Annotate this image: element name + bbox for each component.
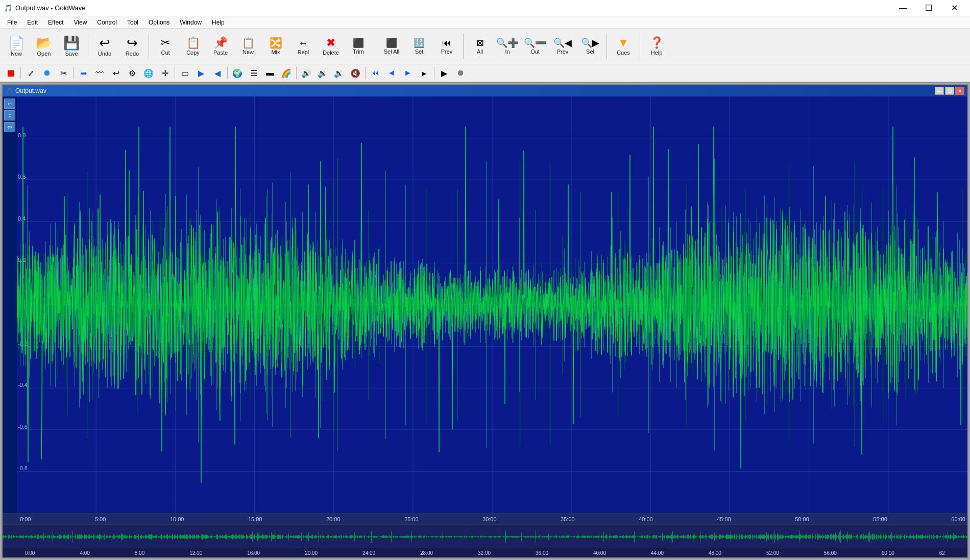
control-toolbar: ⏹ ⤢ ⏺ ✂ ➡ 〰 ↩ ⚙ 🌐 ✛ ▭ ▶ ◀ 🌍 ☰ ▬ 🌈 🔊 🔉 🔈 …	[0, 64, 970, 83]
toolbar-sep-5	[607, 34, 607, 59]
move-button[interactable]: ✛	[157, 65, 173, 81]
timeline-label-0: 0:00	[20, 516, 31, 522]
menu-tool[interactable]: Tool	[122, 18, 143, 27]
equalizer-button[interactable]: ☰	[246, 65, 261, 81]
undo-icon: ↩	[99, 36, 110, 50]
prev2-label: Prev	[557, 48, 569, 55]
menu-file[interactable]: File	[2, 18, 22, 27]
doc-maximize-button[interactable]: ☐	[945, 87, 954, 95]
cues-button[interactable]: ▼ Cues	[610, 31, 637, 62]
menu-help[interactable]: Help	[207, 18, 230, 27]
toolbar-sep-6	[640, 34, 640, 59]
volume-down-button[interactable]: ◄	[384, 65, 399, 81]
mix-button[interactable]: 🔀 Mix	[262, 31, 289, 62]
maximize-button[interactable]: ☐	[917, 0, 940, 16]
vertical-zoom-button[interactable]: ↕	[4, 110, 15, 120]
close-button[interactable]: ✕	[942, 0, 966, 16]
prev2-button[interactable]: 🔍◀ Prev	[549, 31, 576, 62]
mix-icon: 🔀	[270, 38, 282, 48]
cut-icon: ✂	[161, 37, 170, 48]
all-button[interactable]: ⊠ All	[467, 31, 493, 62]
repl-icon: ↔	[298, 38, 308, 48]
cues-label: Cues	[617, 50, 630, 56]
menu-control[interactable]: Control	[92, 18, 122, 27]
prev-button[interactable]: ⏮ Prev	[433, 31, 460, 62]
overview-strip[interactable]: 0:00 4:00 8:00 12:00 16:00 20:00 24:00 2…	[3, 524, 967, 557]
menu-edit[interactable]: Edit	[22, 18, 43, 27]
record2-button[interactable]: ⏺	[453, 65, 468, 81]
fit-button[interactable]: ⇔	[4, 122, 15, 132]
prev2-icon: 🔍◀	[553, 38, 572, 47]
menu-window[interactable]: Window	[175, 18, 207, 27]
zoomout-icon: 🔍➖	[524, 38, 546, 47]
edit-pencil-button[interactable]: 〰	[92, 65, 107, 81]
title-bar-controls: — ☐ ✕	[891, 0, 966, 16]
zoomin-button[interactable]: 🔍➕ In	[494, 31, 521, 62]
sel-button[interactable]: 🔍▶ Sel	[577, 31, 603, 62]
menu-options[interactable]: Options	[143, 18, 175, 27]
loop-button[interactable]: ↩	[108, 65, 124, 81]
record-button[interactable]: ⏺	[39, 65, 55, 81]
vol-mute-button[interactable]: 🔈	[331, 65, 347, 81]
envelope-button[interactable]: ▭	[177, 65, 192, 81]
new2-button[interactable]: 📋 New	[235, 31, 261, 62]
save-label: Save	[65, 51, 78, 57]
effects-button[interactable]: ⚙	[125, 65, 140, 81]
globe-button[interactable]: 🌐	[141, 65, 156, 81]
horizontal-zoom-button[interactable]: ↔	[4, 99, 15, 109]
scissors-button[interactable]: ✂	[56, 65, 71, 81]
open-button[interactable]: 📂 Open	[31, 31, 57, 62]
repl-button[interactable]: ↔ Repl	[290, 31, 317, 62]
paste-button[interactable]: 📌 Paste	[207, 31, 234, 62]
doc-minimize-button[interactable]: —	[935, 87, 944, 95]
minimize-button[interactable]: —	[891, 0, 915, 16]
timeline-label-9: 45:00	[717, 516, 731, 522]
save-button[interactable]: 💾 Save	[58, 31, 85, 62]
app-icon: 🎵	[4, 4, 12, 12]
title-bar: 🎵 Output.wav - GoldWave — ☐ ✕	[0, 0, 970, 16]
new-button[interactable]: 📄 New	[3, 31, 30, 62]
stretch-button[interactable]: ⤢	[23, 65, 38, 81]
redo-button[interactable]: ↪ Redo	[119, 31, 146, 62]
left-arrow-button[interactable]: ◀	[210, 65, 225, 81]
help-label: Help	[651, 50, 663, 56]
title-bar-left: 🎵 Output.wav - GoldWave	[4, 4, 86, 12]
selall-button[interactable]: ⬛ Sel All	[378, 31, 405, 62]
cut-label: Cut	[161, 50, 169, 56]
volume-slider-button[interactable]: ▸	[417, 65, 432, 81]
volume-up-button[interactable]: ►	[400, 65, 416, 81]
vol-max-button[interactable]: 🔊	[299, 65, 314, 81]
delete-button[interactable]: ✖ Delete	[318, 31, 344, 62]
selall-icon: ⬛	[386, 38, 397, 47]
doc-icon: 🎵	[6, 87, 13, 94]
sel-icon: 🔍▶	[581, 38, 599, 47]
new-icon: 📄	[8, 36, 25, 50]
vu-meter-button[interactable]: 🌈	[279, 65, 294, 81]
timeline-label-10: 50:00	[795, 516, 809, 522]
menu-effect[interactable]: Effect	[43, 18, 68, 27]
stop-button[interactable]: ⏹	[3, 65, 18, 81]
cut-button[interactable]: ✂ Cut	[152, 31, 179, 62]
undo-button[interactable]: ↩ Undo	[91, 31, 118, 62]
trim-button[interactable]: ⬛ Trim	[345, 31, 372, 62]
delete-label: Delete	[323, 50, 339, 56]
forward-button[interactable]: ▶	[436, 65, 452, 81]
vol-mid-button[interactable]: 🔉	[315, 65, 330, 81]
delete-icon: ✖	[326, 37, 335, 48]
right-arrow-button[interactable]: ▶	[193, 65, 209, 81]
help-button[interactable]: ❓ Help	[643, 31, 670, 62]
spectrum-button[interactable]: ▬	[262, 65, 278, 81]
menu-view[interactable]: View	[69, 18, 92, 27]
mix-label: Mix	[271, 49, 280, 55]
skip-start-button[interactable]: ⏮	[368, 65, 383, 81]
set-button[interactable]: 🔢 Set	[406, 31, 432, 62]
zoomout-button[interactable]: 🔍➖ Out	[522, 31, 548, 62]
waveform-canvas	[17, 96, 967, 513]
globe2-button[interactable]: 🌍	[230, 65, 245, 81]
doc-close-button[interactable]: ✕	[955, 87, 964, 95]
waveform-area[interactable]	[17, 96, 967, 513]
play-fwd-button[interactable]: ➡	[76, 65, 91, 81]
sel-label: Sel	[586, 48, 594, 55]
mute-button[interactable]: 🔇	[348, 65, 363, 81]
copy-button[interactable]: 📋 Copy	[180, 31, 206, 62]
